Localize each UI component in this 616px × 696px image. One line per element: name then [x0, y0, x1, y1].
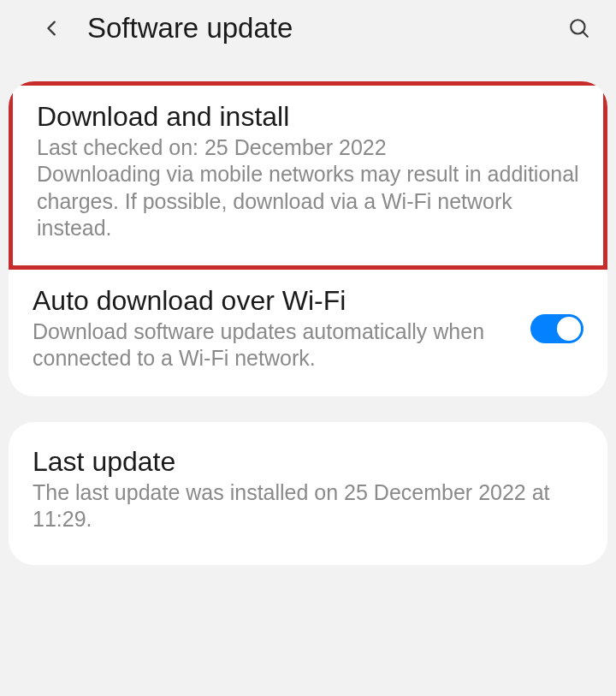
auto-download-title: Auto download over Wi-Fi: [33, 285, 513, 317]
last-update-subtitle: The last update was installed on 25 Dece…: [33, 479, 583, 533]
svg-line-1: [583, 32, 587, 36]
auto-download-item[interactable]: Auto download over Wi-Fi Download softwa…: [9, 270, 607, 396]
auto-download-subtitle: Download software updates automatically …: [33, 318, 513, 372]
search-icon[interactable]: [568, 17, 590, 39]
last-update-item[interactable]: Last update The last update was installe…: [9, 422, 607, 566]
download-install-title: Download and install: [37, 101, 579, 133]
download-install-item[interactable]: Download and install Last checked on: 25…: [9, 81, 607, 270]
auto-download-toggle[interactable]: [530, 314, 583, 343]
last-update-title: Last update: [33, 446, 583, 478]
download-install-subtitle: Last checked on: 25 December 2022 Downlo…: [37, 134, 579, 241]
toggle-knob: [557, 317, 581, 341]
header: Software update: [0, 0, 616, 56]
back-icon[interactable]: [43, 19, 62, 38]
settings-card-1: Download and install Last checked on: 25…: [9, 81, 607, 396]
page-title: Software update: [87, 12, 568, 45]
